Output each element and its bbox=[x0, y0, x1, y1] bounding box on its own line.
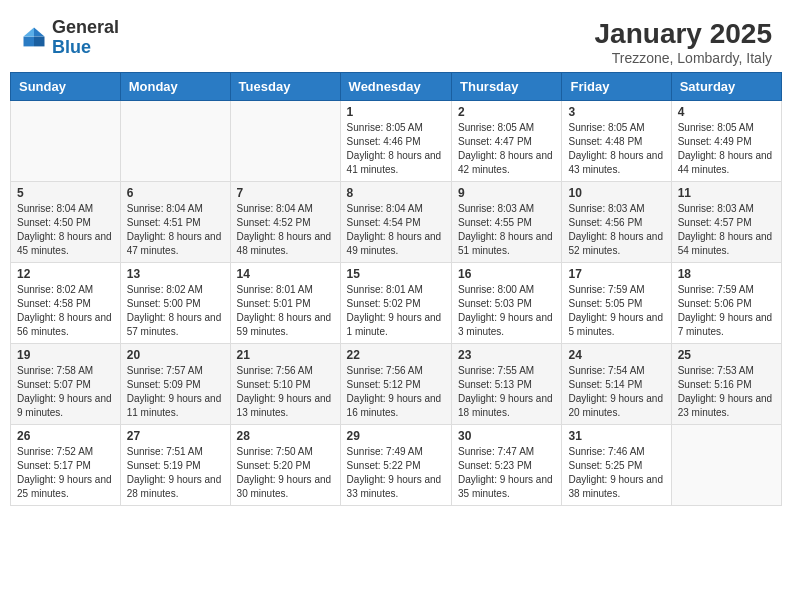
day-number: 4 bbox=[678, 105, 775, 119]
day-number: 9 bbox=[458, 186, 555, 200]
location-title: Trezzone, Lombardy, Italy bbox=[595, 50, 772, 66]
page-header: General Blue January 2025 Trezzone, Lomb… bbox=[10, 10, 782, 72]
day-number: 12 bbox=[17, 267, 114, 281]
day-number: 10 bbox=[568, 186, 664, 200]
day-info: Sunrise: 7:56 AM Sunset: 5:10 PM Dayligh… bbox=[237, 364, 334, 420]
calendar-cell: 26Sunrise: 7:52 AM Sunset: 5:17 PM Dayli… bbox=[11, 425, 121, 506]
weekday-header-saturday: Saturday bbox=[671, 73, 781, 101]
day-info: Sunrise: 7:55 AM Sunset: 5:13 PM Dayligh… bbox=[458, 364, 555, 420]
calendar-cell bbox=[230, 101, 340, 182]
day-number: 2 bbox=[458, 105, 555, 119]
calendar-cell: 18Sunrise: 7:59 AM Sunset: 5:06 PM Dayli… bbox=[671, 263, 781, 344]
calendar-cell: 28Sunrise: 7:50 AM Sunset: 5:20 PM Dayli… bbox=[230, 425, 340, 506]
day-info: Sunrise: 8:03 AM Sunset: 4:56 PM Dayligh… bbox=[568, 202, 664, 258]
day-info: Sunrise: 8:01 AM Sunset: 5:01 PM Dayligh… bbox=[237, 283, 334, 339]
day-number: 7 bbox=[237, 186, 334, 200]
day-number: 30 bbox=[458, 429, 555, 443]
calendar-cell: 17Sunrise: 7:59 AM Sunset: 5:05 PM Dayli… bbox=[562, 263, 671, 344]
day-number: 26 bbox=[17, 429, 114, 443]
calendar-week-row: 19Sunrise: 7:58 AM Sunset: 5:07 PM Dayli… bbox=[11, 344, 782, 425]
calendar-week-row: 26Sunrise: 7:52 AM Sunset: 5:17 PM Dayli… bbox=[11, 425, 782, 506]
day-number: 19 bbox=[17, 348, 114, 362]
calendar-cell: 15Sunrise: 8:01 AM Sunset: 5:02 PM Dayli… bbox=[340, 263, 451, 344]
day-info: Sunrise: 8:02 AM Sunset: 5:00 PM Dayligh… bbox=[127, 283, 224, 339]
calendar-week-row: 12Sunrise: 8:02 AM Sunset: 4:58 PM Dayli… bbox=[11, 263, 782, 344]
calendar-cell: 1Sunrise: 8:05 AM Sunset: 4:46 PM Daylig… bbox=[340, 101, 451, 182]
calendar-cell: 27Sunrise: 7:51 AM Sunset: 5:19 PM Dayli… bbox=[120, 425, 230, 506]
calendar-cell: 25Sunrise: 7:53 AM Sunset: 5:16 PM Dayli… bbox=[671, 344, 781, 425]
day-number: 8 bbox=[347, 186, 445, 200]
calendar-cell: 2Sunrise: 8:05 AM Sunset: 4:47 PM Daylig… bbox=[452, 101, 562, 182]
day-info: Sunrise: 8:05 AM Sunset: 4:48 PM Dayligh… bbox=[568, 121, 664, 177]
logo-icon bbox=[20, 24, 48, 52]
day-info: Sunrise: 7:54 AM Sunset: 5:14 PM Dayligh… bbox=[568, 364, 664, 420]
weekday-header-tuesday: Tuesday bbox=[230, 73, 340, 101]
day-number: 15 bbox=[347, 267, 445, 281]
logo: General Blue bbox=[20, 18, 119, 58]
calendar-cell: 31Sunrise: 7:46 AM Sunset: 5:25 PM Dayli… bbox=[562, 425, 671, 506]
calendar-week-row: 1Sunrise: 8:05 AM Sunset: 4:46 PM Daylig… bbox=[11, 101, 782, 182]
day-number: 22 bbox=[347, 348, 445, 362]
day-info: Sunrise: 8:04 AM Sunset: 4:52 PM Dayligh… bbox=[237, 202, 334, 258]
day-number: 20 bbox=[127, 348, 224, 362]
svg-marker-2 bbox=[24, 36, 35, 46]
calendar-cell: 5Sunrise: 8:04 AM Sunset: 4:50 PM Daylig… bbox=[11, 182, 121, 263]
svg-marker-1 bbox=[34, 36, 45, 46]
logo-blue-text: Blue bbox=[52, 37, 91, 57]
weekday-header-row: SundayMondayTuesdayWednesdayThursdayFrid… bbox=[11, 73, 782, 101]
svg-marker-3 bbox=[24, 27, 35, 36]
day-info: Sunrise: 8:00 AM Sunset: 5:03 PM Dayligh… bbox=[458, 283, 555, 339]
day-number: 28 bbox=[237, 429, 334, 443]
day-number: 17 bbox=[568, 267, 664, 281]
day-number: 23 bbox=[458, 348, 555, 362]
day-number: 14 bbox=[237, 267, 334, 281]
day-info: Sunrise: 8:04 AM Sunset: 4:54 PM Dayligh… bbox=[347, 202, 445, 258]
day-info: Sunrise: 7:53 AM Sunset: 5:16 PM Dayligh… bbox=[678, 364, 775, 420]
day-info: Sunrise: 8:03 AM Sunset: 4:57 PM Dayligh… bbox=[678, 202, 775, 258]
logo-general-text: General bbox=[52, 17, 119, 37]
day-info: Sunrise: 8:05 AM Sunset: 4:49 PM Dayligh… bbox=[678, 121, 775, 177]
day-info: Sunrise: 8:03 AM Sunset: 4:55 PM Dayligh… bbox=[458, 202, 555, 258]
day-info: Sunrise: 7:46 AM Sunset: 5:25 PM Dayligh… bbox=[568, 445, 664, 501]
calendar-cell: 9Sunrise: 8:03 AM Sunset: 4:55 PM Daylig… bbox=[452, 182, 562, 263]
day-number: 6 bbox=[127, 186, 224, 200]
day-info: Sunrise: 7:52 AM Sunset: 5:17 PM Dayligh… bbox=[17, 445, 114, 501]
day-info: Sunrise: 8:04 AM Sunset: 4:50 PM Dayligh… bbox=[17, 202, 114, 258]
day-info: Sunrise: 7:50 AM Sunset: 5:20 PM Dayligh… bbox=[237, 445, 334, 501]
calendar-cell bbox=[120, 101, 230, 182]
day-number: 29 bbox=[347, 429, 445, 443]
calendar-cell: 6Sunrise: 8:04 AM Sunset: 4:51 PM Daylig… bbox=[120, 182, 230, 263]
day-info: Sunrise: 8:01 AM Sunset: 5:02 PM Dayligh… bbox=[347, 283, 445, 339]
day-number: 5 bbox=[17, 186, 114, 200]
calendar-cell bbox=[11, 101, 121, 182]
day-info: Sunrise: 7:58 AM Sunset: 5:07 PM Dayligh… bbox=[17, 364, 114, 420]
title-block: January 2025 Trezzone, Lombardy, Italy bbox=[595, 18, 772, 66]
day-info: Sunrise: 7:47 AM Sunset: 5:23 PM Dayligh… bbox=[458, 445, 555, 501]
weekday-header-friday: Friday bbox=[562, 73, 671, 101]
day-number: 13 bbox=[127, 267, 224, 281]
day-info: Sunrise: 7:59 AM Sunset: 5:06 PM Dayligh… bbox=[678, 283, 775, 339]
calendar-cell: 8Sunrise: 8:04 AM Sunset: 4:54 PM Daylig… bbox=[340, 182, 451, 263]
day-number: 1 bbox=[347, 105, 445, 119]
calendar-cell: 19Sunrise: 7:58 AM Sunset: 5:07 PM Dayli… bbox=[11, 344, 121, 425]
day-number: 24 bbox=[568, 348, 664, 362]
day-info: Sunrise: 8:04 AM Sunset: 4:51 PM Dayligh… bbox=[127, 202, 224, 258]
calendar-cell: 24Sunrise: 7:54 AM Sunset: 5:14 PM Dayli… bbox=[562, 344, 671, 425]
calendar-cell: 10Sunrise: 8:03 AM Sunset: 4:56 PM Dayli… bbox=[562, 182, 671, 263]
calendar-cell: 30Sunrise: 7:47 AM Sunset: 5:23 PM Dayli… bbox=[452, 425, 562, 506]
calendar-cell: 23Sunrise: 7:55 AM Sunset: 5:13 PM Dayli… bbox=[452, 344, 562, 425]
month-title: January 2025 bbox=[595, 18, 772, 50]
calendar-cell: 11Sunrise: 8:03 AM Sunset: 4:57 PM Dayli… bbox=[671, 182, 781, 263]
day-number: 16 bbox=[458, 267, 555, 281]
day-number: 25 bbox=[678, 348, 775, 362]
day-info: Sunrise: 7:57 AM Sunset: 5:09 PM Dayligh… bbox=[127, 364, 224, 420]
day-number: 31 bbox=[568, 429, 664, 443]
calendar-cell: 14Sunrise: 8:01 AM Sunset: 5:01 PM Dayli… bbox=[230, 263, 340, 344]
calendar-table: SundayMondayTuesdayWednesdayThursdayFrid… bbox=[10, 72, 782, 506]
day-info: Sunrise: 7:56 AM Sunset: 5:12 PM Dayligh… bbox=[347, 364, 445, 420]
day-info: Sunrise: 7:49 AM Sunset: 5:22 PM Dayligh… bbox=[347, 445, 445, 501]
calendar-cell: 4Sunrise: 8:05 AM Sunset: 4:49 PM Daylig… bbox=[671, 101, 781, 182]
day-number: 27 bbox=[127, 429, 224, 443]
day-number: 11 bbox=[678, 186, 775, 200]
weekday-header-wednesday: Wednesday bbox=[340, 73, 451, 101]
